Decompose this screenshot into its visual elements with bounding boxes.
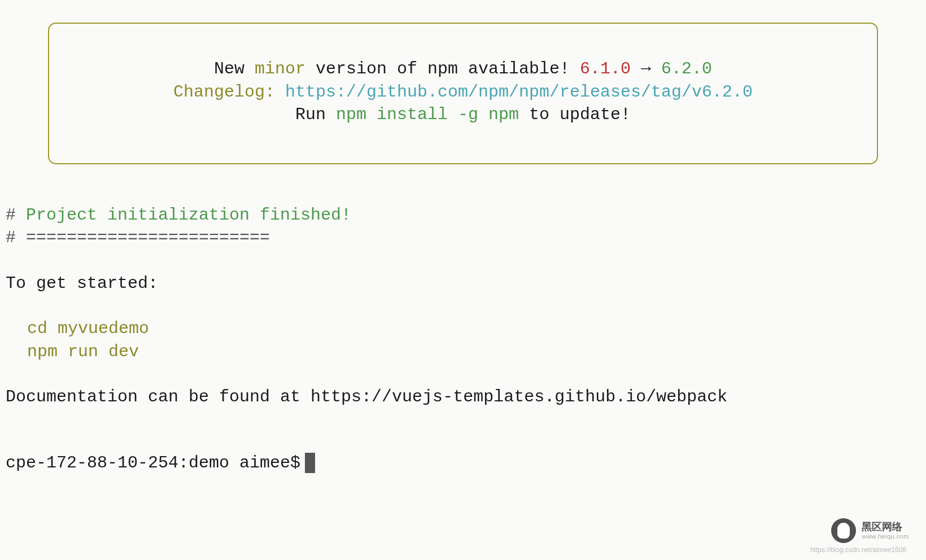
update-text: to update!: [519, 105, 631, 124]
init-line-1: # Project initialization finished!: [6, 204, 920, 227]
run-text: Run: [295, 105, 336, 124]
watermark-url: https://blog.csdn.net/aimee1608: [810, 545, 906, 554]
new-text: New: [214, 59, 255, 78]
notice-line-1: New minor version of npm available! 6.1.…: [72, 58, 854, 81]
arrow-icon: →: [631, 59, 661, 78]
prompt-text: cpe-172-88-10-254:demo aimee$: [6, 452, 300, 475]
old-version: 6.1.0: [580, 59, 631, 78]
watermark-name: 黑区网络: [862, 522, 909, 533]
hash-prefix: #: [6, 205, 26, 225]
version-text: version of npm available!: [305, 59, 580, 78]
init-finished: Project initialization finished!: [26, 205, 351, 225]
changelog-url: https://github.com/npm/npm/releases/tag/…: [285, 82, 753, 102]
watermark: 黑区网络 www.heiqu.com: [831, 518, 909, 543]
init-separator: # ========================: [6, 226, 920, 250]
notice-line-2: Changelog: https://github.com/npm/npm/re…: [72, 81, 854, 104]
npm-run-command: npm run dev: [6, 340, 920, 364]
notice-line-3: Run npm install -g npm to update!: [72, 103, 854, 126]
get-started-label: To get started:: [6, 272, 920, 295]
documentation-text: Documentation can be found at https://vu…: [6, 386, 920, 409]
cursor-icon: [305, 453, 315, 473]
new-version: 6.2.0: [661, 59, 712, 78]
terminal-prompt[interactable]: cpe-172-88-10-254:demo aimee$: [6, 452, 920, 475]
mushroom-icon: [831, 518, 856, 543]
install-command: npm install -g npm: [336, 105, 519, 124]
watermark-domain: www.heiqu.com: [862, 533, 909, 540]
minor-label: minor: [255, 59, 305, 78]
cd-command: cd myvuedemo: [6, 317, 920, 340]
changelog-label: Changelog:: [173, 82, 285, 102]
npm-update-notice: New minor version of npm available! 6.1.…: [48, 23, 878, 164]
